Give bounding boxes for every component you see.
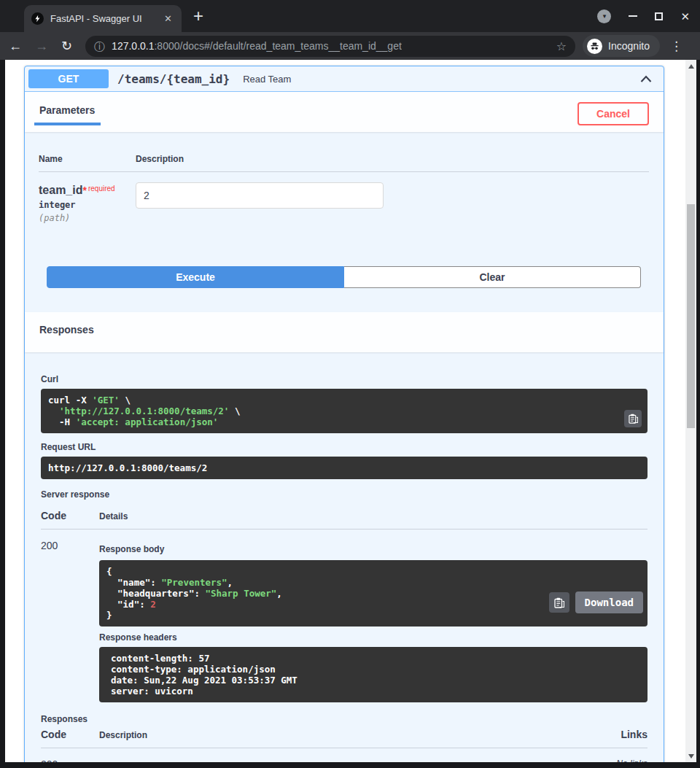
tab-close-icon[interactable]: ✕	[162, 13, 174, 24]
request-url-block: http://127.0.0.1:8000/teams/2	[41, 457, 648, 479]
new-tab-icon[interactable]: +	[193, 7, 203, 26]
download-button[interactable]: Download	[575, 591, 643, 613]
copy-response-button[interactable]	[549, 592, 569, 613]
incognito-spy-icon	[587, 39, 602, 54]
responses-table-label: Responses	[41, 714, 648, 724]
response-details-cell: Response body { "name": "Preventers", "h…	[99, 540, 648, 702]
bookmark-star-icon[interactable]: ☆	[556, 39, 567, 53]
clear-button[interactable]: Clear	[344, 266, 641, 288]
swagger-content: GET /teams/{team_id} Read Team Parameter…	[5, 60, 685, 762]
responses-table-row: 200 Successful Response No links	[41, 748, 648, 762]
window-controls: ▾ ✕	[597, 0, 690, 32]
required-star: *	[82, 185, 86, 196]
col-details-header: Details	[99, 511, 648, 521]
responses-body: Curl curl -X 'GET' \ 'http://127.0.0.1:8…	[25, 352, 664, 762]
parameter-meta: team_id*required integer (path)	[39, 182, 136, 223]
response-body-actions: Download	[549, 591, 643, 613]
parameter-row: team_id*required integer (path)	[39, 172, 649, 223]
response-body-label: Response body	[99, 544, 648, 554]
endpoint-summary: Read Team	[243, 74, 291, 85]
curl-command-block: curl -X 'GET' \ 'http://127.0.0.1:8000/t…	[41, 389, 648, 433]
parameter-location: (path)	[39, 213, 136, 223]
browser-toolbar: ← → ↻ ⓘ 127.0.0.1:8000/docs#/default/rea…	[0, 32, 700, 60]
copy-curl-button[interactable]	[624, 410, 642, 427]
browser-update-icon[interactable]: ▾	[597, 9, 611, 23]
curl-command-text: curl -X 'GET' \ 'http://127.0.0.1:8000/t…	[48, 395, 640, 427]
request-url-text: http://127.0.0.1:8000/teams/2	[48, 462, 640, 473]
back-icon[interactable]: ←	[9, 39, 22, 53]
responses-header: Responses	[25, 312, 664, 352]
team-id-input[interactable]	[136, 182, 384, 209]
tab-strip: FastAPI - Swagger UI ✕ + ▾ ✕	[0, 0, 700, 32]
required-label: required	[88, 185, 115, 193]
opblock-get: GET /teams/{team_id} Read Team Parameter…	[24, 66, 664, 762]
browser-window: FastAPI - Swagger UI ✕ + ▾ ✕ ← → ↻ ⓘ 127…	[0, 0, 700, 768]
fastapi-favicon-icon	[31, 12, 44, 25]
responses-table-header: Code Description Links	[41, 724, 648, 748]
execute-bar: Execute Clear	[47, 266, 641, 288]
scroll-down-icon[interactable]	[685, 750, 696, 761]
incognito-label: Incognito	[608, 40, 650, 52]
col-description-header2: Description	[99, 730, 589, 740]
url-path: :8000/docs#/default/read_team_teams__tea…	[154, 40, 401, 52]
request-url-label: Request URL	[41, 442, 648, 452]
parameters-table-header: Name Description	[39, 148, 649, 172]
endpoint-path: /teams/{team_id}	[117, 72, 230, 86]
col-description-header: Description	[136, 154, 649, 164]
page-scrollbar[interactable]	[685, 60, 696, 762]
parameters-tab: Parameters	[39, 102, 101, 125]
parameters-title: Parameters	[39, 104, 95, 116]
response-links: No links	[589, 759, 648, 762]
response-headers-label: Response headers	[99, 632, 648, 643]
col-links-header: Links	[589, 729, 648, 740]
curl-label: Curl	[41, 374, 648, 384]
tab-title: FastAPI - Swagger UI	[50, 13, 155, 24]
server-response-label: Server response	[41, 489, 648, 500]
server-response-table-header: Code Details	[41, 505, 648, 530]
menu-kebab-icon[interactable]: ⋮	[670, 39, 682, 54]
page-info-icon[interactable]: ⓘ	[94, 41, 105, 52]
url-text: 127.0.0.1:8000/docs#/default/read_team_t…	[112, 40, 402, 52]
col-code-header: Code	[41, 510, 99, 521]
collapse-chevron-icon[interactable]	[640, 72, 652, 85]
response-body-block: { "name": "Preventers", "headquarters": …	[99, 560, 648, 627]
forward-icon[interactable]: →	[35, 39, 48, 53]
server-response-row: 200 Response body { "name": "Preventers"…	[41, 530, 648, 702]
incognito-badge: Incognito	[583, 35, 660, 57]
close-icon[interactable]: ✕	[680, 11, 690, 22]
address-bar[interactable]: ⓘ 127.0.0.1:8000/docs#/default/read_team…	[85, 36, 575, 57]
opblock-summary[interactable]: GET /teams/{team_id} Read Team	[25, 66, 664, 92]
scroll-up-icon[interactable]	[685, 61, 696, 71]
execute-button[interactable]: Execute	[47, 266, 344, 288]
scrollbar-thumb[interactable]	[687, 204, 695, 428]
reload-icon[interactable]: ↻	[61, 39, 72, 53]
url-host: 127.0.0.1	[112, 40, 154, 52]
cancel-button[interactable]: Cancel	[578, 102, 649, 125]
parameter-value-cell	[136, 182, 649, 223]
parameter-type: integer	[39, 200, 136, 210]
response-headers-text: content-length: 57content-type: applicat…	[111, 653, 640, 697]
response-code: 200	[41, 759, 99, 762]
response-headers-block: content-length: 57content-type: applicat…	[99, 647, 648, 702]
col-code-header2: Code	[41, 729, 99, 740]
parameters-table: Name Description team_id*required intege…	[39, 148, 649, 223]
browser-tab[interactable]: FastAPI - Swagger UI ✕	[24, 5, 182, 32]
parameters-header: Parameters Cancel	[25, 92, 664, 132]
col-name-header: Name	[39, 154, 136, 164]
method-badge: GET	[28, 69, 109, 88]
page-viewport: GET /teams/{team_id} Read Team Parameter…	[5, 60, 696, 762]
minimize-icon[interactable]	[629, 15, 637, 17]
parameter-name: team_id*required	[39, 182, 136, 197]
status-code: 200	[41, 540, 99, 702]
responses-title: Responses	[39, 322, 94, 335]
maximize-icon[interactable]	[655, 12, 663, 20]
